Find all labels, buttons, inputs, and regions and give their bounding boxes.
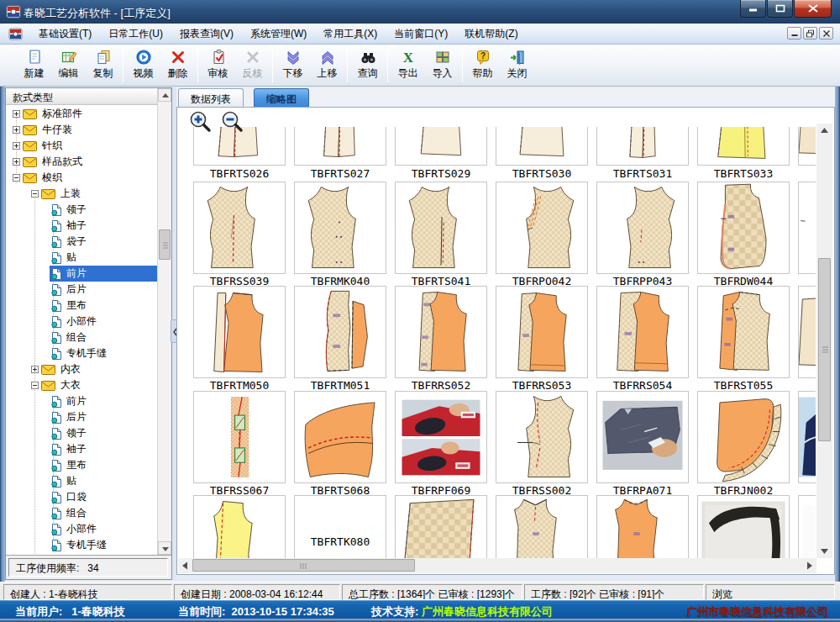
thumbnail-card[interactable] — [798, 495, 816, 558]
toolbar-search-binoculars[interactable]: 查询 — [350, 47, 385, 84]
thumbnail-card[interactable] — [798, 391, 816, 483]
thumbnail-TBFRPF069[interactable] — [395, 391, 487, 483]
toolbar-copy[interactable]: 复制 — [86, 47, 120, 84]
tree-toggle-plus[interactable] — [13, 158, 20, 166]
tree-toggle-minus[interactable] — [31, 190, 39, 198]
tree-item-后片[interactable]: 后片 — [50, 282, 89, 298]
maximize-button[interactable] — [767, 0, 793, 18]
minimize-button[interactable] — [740, 0, 766, 18]
toolbar-move-up[interactable]: 上移 — [310, 47, 344, 84]
toolbar-import-grid[interactable]: 导入 — [425, 47, 459, 84]
thumbnail-card[interactable] — [798, 127, 816, 166]
tree-toggle-plus[interactable] — [13, 126, 20, 134]
tree-item-小部件[interactable]: 小部件 — [50, 314, 99, 329]
menu-当前窗口(Y)[interactable]: 当前窗口(Y) — [386, 24, 456, 45]
thumbnail-card[interactable] — [798, 286, 816, 378]
menu-日常工作(U)[interactable]: 日常工作(U) — [100, 24, 171, 45]
tree-item-组合[interactable]: 组合 — [50, 329, 89, 345]
thumbnail-TBFRTS033[interactable] — [697, 127, 790, 166]
menu-常用工具(X)[interactable]: 常用工具(X) — [315, 24, 386, 45]
toolbar-edit-grid[interactable]: 编辑 — [51, 47, 86, 84]
vertical-scrollbar[interactable] — [816, 124, 832, 558]
thumbnail-card[interactable] — [496, 495, 588, 558]
tree-item-里布[interactable]: 里布 — [50, 457, 89, 473]
tree-item-针织[interactable]: 针织 — [13, 138, 65, 154]
tree-toggle-plus[interactable] — [13, 142, 20, 150]
scroll-left[interactable] — [178, 558, 192, 573]
thumbnail-TBFRTM050[interactable] — [193, 286, 286, 378]
thumbnail-card[interactable] — [596, 495, 689, 558]
thumbnail-TBFRPO042[interactable] — [496, 182, 588, 274]
tree-item-大衣[interactable]: 大衣 — [31, 377, 83, 393]
thumbnail-card[interactable] — [697, 495, 790, 558]
tree-item-小部件[interactable]: 小部件 — [50, 521, 99, 537]
tree-item-前片[interactable]: 前片 — [50, 393, 89, 409]
scroll-thumb-h[interactable] — [192, 559, 415, 572]
tree-item-袖子[interactable]: 袖子 — [50, 441, 89, 457]
tree-scroll-up[interactable] — [158, 88, 171, 102]
tree-item-上装[interactable]: 上装 — [31, 186, 83, 202]
thumbnail-card[interactable] — [798, 182, 816, 274]
tree-item-贴[interactable]: 贴 — [50, 473, 79, 489]
thumbnail-TBFRTS031[interactable] — [596, 127, 689, 166]
tree-item-领子[interactable]: 领子 — [50, 425, 89, 441]
scroll-right[interactable] — [802, 558, 816, 573]
thumbnail-TBFRTM051[interactable] — [294, 286, 386, 378]
tree-scroll-thumb[interactable] — [159, 229, 171, 260]
thumbnail-card[interactable] — [395, 495, 487, 558]
scroll-up[interactable] — [816, 124, 832, 138]
toolbar-close-door[interactable]: 关闭 — [500, 47, 534, 84]
thumbnail-TBFRSS067[interactable] — [193, 391, 286, 483]
toolbar-doc-new[interactable]: 新建 — [17, 47, 51, 84]
tree-item-梭织[interactable]: 梭织 — [13, 170, 65, 186]
thumbnail-TBFRRS052[interactable] — [395, 286, 487, 378]
tree-item-牛仔装[interactable]: 牛仔装 — [13, 122, 75, 138]
menu-系统管理(W)[interactable]: 系统管理(W) — [242, 24, 315, 45]
tree-toggle-plus[interactable] — [31, 366, 39, 373]
tree-scroll-down[interactable] — [158, 541, 171, 555]
menu-基础设置(T)[interactable]: 基础设置(T) — [30, 24, 100, 45]
toolbar-audit-check[interactable]: 审核 — [201, 47, 235, 84]
thumbnail-TBFRSS002[interactable] — [496, 391, 588, 483]
close-button[interactable] — [794, 0, 832, 18]
tree-item-专机手缝[interactable]: 专机手缝 — [50, 537, 109, 553]
zoom-out-icon[interactable] — [221, 110, 246, 135]
toolbar-video[interactable]: 视频 — [126, 47, 160, 84]
thumbnail-TBFRRS053[interactable] — [496, 286, 588, 378]
thumbnail-TBFRTK080[interactable]: TBFRTK080 — [294, 495, 386, 558]
tree-item-内衣[interactable]: 内衣 — [31, 361, 83, 377]
tree-header[interactable]: 款式类型 — [6, 88, 158, 105]
tree-item-后片[interactable]: 后片 — [50, 409, 89, 425]
child-restore-button[interactable] — [803, 27, 817, 40]
toolbar-help-bubble[interactable]: ?帮助 — [465, 47, 500, 84]
thumbnail-TBFRST055[interactable] — [697, 286, 790, 378]
thumbnail-TBFRTS029[interactable] — [395, 127, 487, 166]
scroll-thumb[interactable] — [818, 258, 831, 441]
thumbnail-TBFRPA071[interactable] — [596, 391, 689, 483]
toolbar-delete[interactable]: 删除 — [160, 47, 195, 84]
tree-item-标准部件[interactable]: 标准部件 — [13, 106, 85, 122]
tree-item-领子[interactable]: 领子 — [50, 202, 89, 218]
tree-item-袖子[interactable]: 袖子 — [50, 218, 89, 234]
tree-toggle-plus[interactable] — [13, 110, 20, 118]
tree-item-里布[interactable]: 里布 — [50, 298, 89, 314]
thumbnail-TBFRRS054[interactable] — [596, 286, 689, 378]
tab-缩略图[interactable]: 缩略图 — [254, 88, 309, 107]
tree-item-专机手缝[interactable]: 专机手缝 — [50, 345, 109, 361]
menu-报表查询(V)[interactable]: 报表查询(V) — [171, 24, 242, 45]
tree-toggle-minus[interactable] — [31, 382, 39, 389]
thumbnail-TBFRTS068[interactable] — [294, 391, 386, 483]
thumbnail-TBFRTS041[interactable] — [395, 182, 487, 274]
toolbar-export-excel[interactable]: X导出 — [391, 47, 425, 84]
tree-item-组合[interactable]: 组合 — [50, 505, 89, 521]
thumbnail-TBFRJN002[interactable] — [697, 391, 790, 483]
tab-数据列表[interactable]: 数据列表 — [178, 88, 244, 107]
zoom-in-icon[interactable] — [189, 110, 214, 135]
thumbnail-TBFRSS039[interactable] — [193, 182, 286, 274]
tree-item-口袋[interactable]: 口袋 — [50, 489, 89, 505]
child-close-button[interactable] — [819, 27, 833, 40]
tree-item-袋子[interactable]: 袋子 — [50, 234, 89, 250]
thumbnail-TBFRPP043[interactable] — [596, 182, 689, 274]
thumbnail-TBFRDW044[interactable] — [697, 182, 790, 274]
tree-toggle-minus[interactable] — [13, 174, 20, 182]
